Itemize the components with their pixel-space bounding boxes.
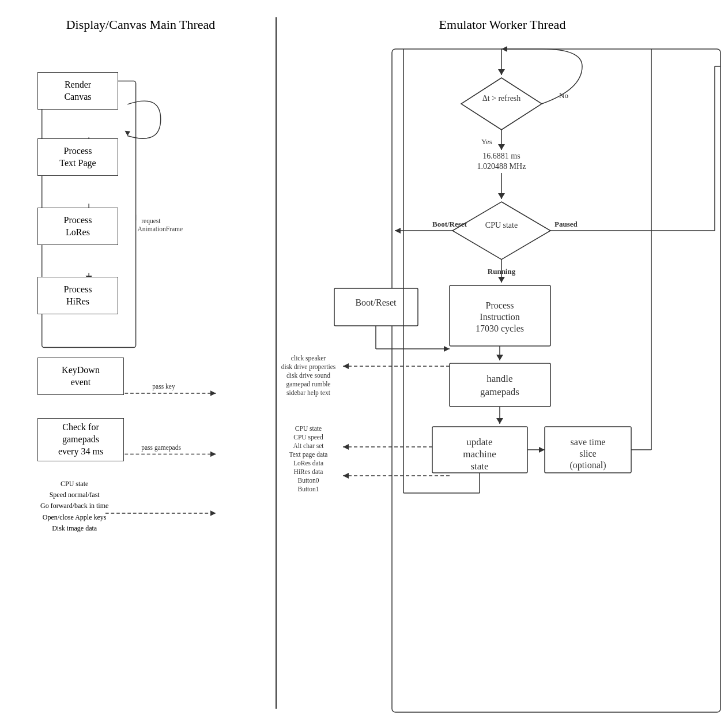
svg-rect-63 <box>450 363 550 407</box>
right-panel: Emulator Worker Thread Δt > refresh No Y… <box>277 17 716 709</box>
left-panel: Display/Canvas Main Thread request <box>12 17 277 709</box>
svg-text:16.6881 ms: 16.6881 ms <box>482 152 520 160</box>
svg-marker-15 <box>210 452 216 457</box>
svg-text:Boot/Reset: Boot/Reset <box>432 220 467 228</box>
svg-marker-12 <box>210 390 216 396</box>
render-canvas-box: Render Canvas <box>37 72 118 110</box>
svg-text:Boot/Reset: Boot/Reset <box>355 298 397 307</box>
svg-text:pass key: pass key <box>152 383 175 390</box>
svg-text:Alt char set: Alt char set <box>293 442 324 449</box>
svg-marker-37 <box>395 228 401 234</box>
svg-text:machine: machine <box>463 449 496 460</box>
svg-text:sidebar help text: sidebar help text <box>286 389 331 397</box>
svg-marker-44 <box>498 277 505 283</box>
right-panel-title: Emulator Worker Thread <box>288 17 716 32</box>
svg-text:request: request <box>141 217 161 225</box>
svg-text:disk drive properties: disk drive properties <box>281 363 336 371</box>
svg-text:Δt > refresh: Δt > refresh <box>482 94 521 103</box>
svg-text:Paused: Paused <box>555 220 578 228</box>
svg-text:slice: slice <box>579 449 596 458</box>
svg-marker-27 <box>498 144 505 150</box>
svg-text:1.020488 MHz: 1.020488 MHz <box>477 162 526 171</box>
right-arrows-svg: Δt > refresh No Yes 16.6881 ms 1.020488 … <box>277 43 728 724</box>
svg-marker-89 <box>539 447 545 453</box>
svg-text:AnimationFrame: AnimationFrame <box>137 225 183 232</box>
svg-text:handle: handle <box>486 373 512 384</box>
gamepad-box: Check for gamepads every 34 ms <box>37 418 124 461</box>
process-lores-box: Process LoRes <box>37 208 118 245</box>
svg-text:state: state <box>470 461 488 472</box>
svg-text:Process: Process <box>486 300 514 310</box>
left-panel-title: Display/Canvas Main Thread <box>12 17 270 32</box>
svg-text:LoRes data: LoRes data <box>293 460 323 467</box>
svg-marker-33 <box>452 202 550 259</box>
state-labels: CPU state Speed normal/fast Go forward/b… <box>40 479 108 534</box>
svg-marker-62 <box>496 355 503 360</box>
svg-text:CPU speed: CPU speed <box>293 434 323 441</box>
diagram-container: Display/Canvas Main Thread request <box>0 0 728 726</box>
svg-marker-21 <box>498 69 505 75</box>
svg-text:save time: save time <box>571 437 606 447</box>
svg-text:CPU state: CPU state <box>485 221 518 230</box>
svg-text:gamepad rumble: gamepad rumble <box>286 381 331 388</box>
svg-rect-19 <box>392 49 721 712</box>
svg-marker-22 <box>461 78 542 130</box>
svg-text:Button1: Button1 <box>297 486 319 492</box>
svg-text:Text page data: Text page data <box>289 451 328 458</box>
svg-text:update: update <box>466 437 492 447</box>
svg-text:Instruction: Instruction <box>480 312 519 322</box>
svg-marker-0 <box>125 131 130 136</box>
process-hires-box: Process HiRes <box>37 277 118 314</box>
svg-text:CPU state: CPU state <box>295 425 322 432</box>
svg-text:click speaker: click speaker <box>291 355 326 362</box>
svg-marker-67 <box>496 418 503 424</box>
svg-marker-18 <box>210 510 216 516</box>
svg-text:pass gamepads: pass gamepads <box>141 444 181 452</box>
svg-text:Yes: Yes <box>481 137 492 146</box>
svg-text:gamepads: gamepads <box>480 386 519 397</box>
svg-marker-73 <box>343 444 349 450</box>
svg-text:(optional): (optional) <box>569 460 606 471</box>
svg-text:Button0: Button0 <box>297 477 319 484</box>
svg-marker-60 <box>343 363 349 369</box>
svg-text:disk drive sound: disk drive sound <box>286 372 330 379</box>
svg-text:HiRes data: HiRes data <box>294 468 323 475</box>
process-text-box: Process Text Page <box>37 138 118 176</box>
svg-marker-53 <box>444 346 450 352</box>
keydown-box: KeyDown event <box>37 358 124 395</box>
svg-text:17030 cycles: 17030 cycles <box>476 323 524 334</box>
svg-marker-79 <box>343 473 349 479</box>
svg-marker-32 <box>498 193 505 199</box>
svg-marker-25 <box>501 46 507 52</box>
